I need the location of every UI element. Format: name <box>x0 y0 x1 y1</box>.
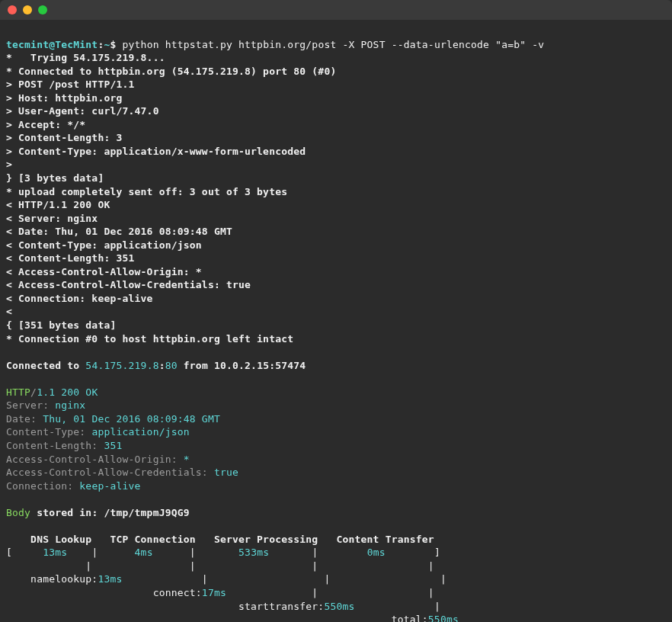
curl-line: < Server: nginx <box>6 213 98 224</box>
header-key: Access-Control-Allow-Origin: <box>6 454 184 465</box>
pad <box>318 547 366 558</box>
connected-port: 80 <box>165 360 178 371</box>
curl-line: * Connection #0 to host httpbin.org left… <box>6 333 293 345</box>
tcp-time: 4ms <box>135 547 153 558</box>
curl-line: < HTTP/1.1 200 OK <box>6 199 110 210</box>
curl-line: < Connection: keep-alive <box>6 293 153 304</box>
http-status: 1.1 200 OK <box>37 386 98 398</box>
prompt-user: tecmint@TecMint <box>6 39 98 50</box>
connect-val: 17ms <box>202 587 226 598</box>
content-time: 0ms <box>367 547 386 558</box>
timing-header: DNS Lookup TCP Connection Server Process… <box>6 534 434 545</box>
curl-line: < Access-Control-Allow-Credentials: true <box>6 279 251 290</box>
header-val: Thu, 01 Dec 2016 08:09:48 GMT <box>43 413 220 425</box>
timing-bracket: ] <box>434 547 440 558</box>
dns-time: 13ms <box>12 547 91 558</box>
header-val: nginx <box>55 399 85 411</box>
header-val: keep-alive <box>79 480 140 492</box>
body-stored: stored in: /tmp/tmpmJ9QG9 <box>30 507 190 518</box>
connected-label: Connected to <box>6 360 85 371</box>
curl-line: < <box>6 306 18 317</box>
header-key: Date: <box>6 413 43 425</box>
connected-colon: : <box>159 360 165 371</box>
starttransfer-val: 550ms <box>324 601 354 612</box>
curl-line: > Host: httpbin.org <box>6 92 123 104</box>
header-key: Content-Length: <box>6 440 104 451</box>
window-titlebar <box>0 0 672 20</box>
close-icon[interactable] <box>8 5 17 14</box>
timing-bars: | | | | <box>6 560 434 572</box>
curl-line: > Content-Type: application/x-www-form-u… <box>6 146 306 157</box>
header-val: application/json <box>91 426 189 438</box>
curl-line: > POST /post HTTP/1.1 <box>6 79 135 90</box>
terminal-output[interactable]: tecmint@TecMint:~$ python httpstat.py ht… <box>0 20 672 622</box>
total-val: 550ms <box>428 614 459 622</box>
header-key: Access-Control-Allow-Credentials: <box>6 466 214 478</box>
pad <box>386 547 434 558</box>
pad <box>269 547 312 558</box>
namelookup-label: namelookup: <box>6 573 98 585</box>
prompt-sym: $ <box>110 39 122 50</box>
curl-line: * Connected to httpbin.org (54.175.219.8… <box>6 66 336 77</box>
server-time: 533ms <box>238 547 269 558</box>
pad <box>98 547 134 558</box>
namelookup-val: 13ms <box>98 573 122 585</box>
header-key: Content-Type: <box>6 426 91 438</box>
curl-line: { [351 bytes data] <box>6 319 116 331</box>
header-val: * <box>184 454 190 465</box>
starttransfer-label: starttransfer: <box>6 601 324 612</box>
header-key: Connection: <box>6 480 79 492</box>
total-label: total: <box>6 614 428 622</box>
minimize-icon[interactable] <box>23 5 32 14</box>
http-label: HTTP <box>6 386 30 398</box>
curl-line: < Content-Type: application/json <box>6 239 202 251</box>
curl-line: > Content-Length: 3 <box>6 132 123 143</box>
body-label: Body <box>6 507 30 518</box>
pad <box>153 547 190 558</box>
connected-from: from 10.0.2.15:57474 <box>178 360 306 371</box>
header-val: 351 <box>104 440 122 451</box>
pad <box>196 547 238 558</box>
curl-line: < Date: Thu, 01 Dec 2016 08:09:48 GMT <box>6 226 232 237</box>
curl-line: > Accept: */* <box>6 119 85 130</box>
curl-line: * upload completely sent off: 3 out of 3… <box>6 186 287 197</box>
timing-bracket: [ <box>6 547 12 558</box>
connect-label: connect: <box>6 587 202 598</box>
pipe: | <box>190 547 196 558</box>
timing-bars: | <box>355 601 440 612</box>
curl-line: * Trying 54.175.219.8... <box>6 52 165 63</box>
timing-bars: | | <box>226 587 434 598</box>
connected-ip: 54.175.219.8 <box>85 360 158 371</box>
http-slash: / <box>30 386 37 398</box>
timing-bars: | | | <box>123 573 446 585</box>
header-key: Server: <box>6 399 55 411</box>
curl-line: < Access-Control-Allow-Origin: * <box>6 266 202 277</box>
maximize-icon[interactable] <box>38 5 47 14</box>
curl-line: < Content-Length: 351 <box>6 252 135 264</box>
curl-line: > <box>6 159 18 170</box>
command-text: python httpstat.py httpbin.org/post -X P… <box>123 39 545 50</box>
curl-line: } [3 bytes data] <box>6 172 104 184</box>
header-val: true <box>214 466 238 478</box>
curl-line: > User-Agent: curl/7.47.0 <box>6 105 159 117</box>
